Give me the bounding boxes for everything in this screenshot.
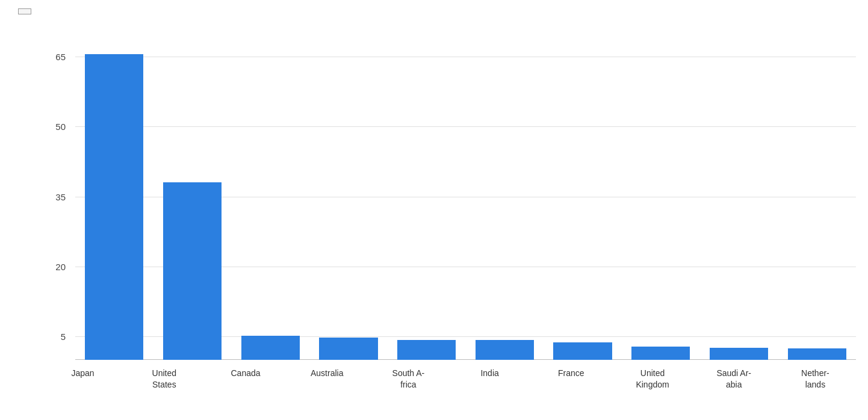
x-label: India: [480, 368, 498, 379]
x-label: United States: [152, 368, 176, 391]
x-label: France: [558, 368, 584, 379]
x-label-group: Canada: [205, 363, 286, 414]
bar: [85, 54, 143, 360]
x-label: Canada: [231, 368, 260, 379]
x-label-group: Saudi Ar- abia: [693, 363, 775, 414]
y-tick: 5: [42, 332, 70, 341]
x-label-group: South A- frica: [368, 363, 449, 414]
x-label-group: Nether- lands: [775, 363, 856, 414]
bars-area: [75, 33, 856, 360]
chart-area: 655035205: [42, 33, 856, 360]
bar-group: [778, 33, 856, 360]
x-label-group: Japan: [42, 363, 123, 414]
bar: [710, 348, 768, 360]
x-label-group: India: [449, 363, 530, 414]
bar-group: [153, 33, 232, 360]
bar: [788, 348, 846, 360]
show-raw-data-button[interactable]: [18, 8, 31, 14]
bar: [476, 340, 534, 360]
x-label-group: Australia: [287, 363, 368, 414]
bar: [163, 182, 222, 360]
bar-group: [700, 33, 778, 360]
bar: [631, 347, 690, 360]
x-label-group: France: [530, 363, 612, 414]
x-label: South A- frica: [392, 368, 425, 391]
y-tick: 50: [42, 122, 70, 131]
bar-group: [231, 33, 309, 360]
y-tick: 35: [42, 192, 70, 201]
x-label-group: United States: [123, 363, 205, 414]
x-label: Saudi Ar- abia: [716, 368, 751, 391]
bar: [241, 336, 300, 360]
x-label: United Kingdom: [636, 368, 669, 391]
bar-group: [544, 33, 622, 360]
x-label-group: United Kingdom: [612, 363, 693, 414]
bar-group: [309, 33, 388, 360]
bar-group: [75, 33, 153, 360]
bar: [553, 342, 612, 360]
x-label: Nether- lands: [801, 368, 829, 391]
y-axis: 655035205: [42, 33, 75, 360]
chart-container: 655035205 JapanUnited StatesCanadaAustra…: [0, 0, 868, 420]
x-labels: JapanUnited StatesCanadaAustraliaSouth A…: [42, 363, 856, 414]
x-label: Japan: [72, 368, 95, 379]
bar-group: [466, 33, 544, 360]
bar: [397, 340, 456, 360]
x-label: Australia: [311, 368, 343, 379]
bar-group: [622, 33, 700, 360]
bar: [319, 338, 377, 360]
y-tick: 65: [42, 52, 70, 61]
bar-group: [388, 33, 466, 360]
y-tick: 20: [42, 262, 70, 271]
